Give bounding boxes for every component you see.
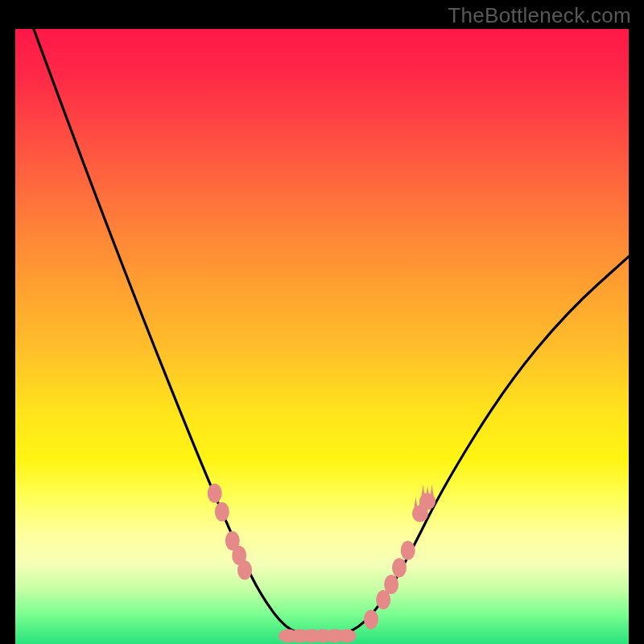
markers-left (208, 484, 252, 580)
marker-flame (419, 485, 436, 510)
attribution-text: TheBottleneck.com (448, 3, 631, 28)
markers-right (364, 485, 436, 630)
marker-blob (364, 609, 378, 629)
marker-blob (208, 484, 222, 503)
bottleneck-curve (34, 29, 629, 637)
curve-layer (15, 29, 629, 644)
marker-blob (401, 541, 415, 560)
marker-blob (237, 560, 252, 580)
chart-frame: TheBottleneck.com (0, 0, 644, 644)
marker-blob (384, 575, 398, 594)
markers-valley (279, 630, 356, 643)
marker-blob (392, 558, 407, 577)
marker-blob (215, 502, 229, 522)
plot-area (15, 29, 629, 644)
marker-blob (336, 630, 356, 643)
